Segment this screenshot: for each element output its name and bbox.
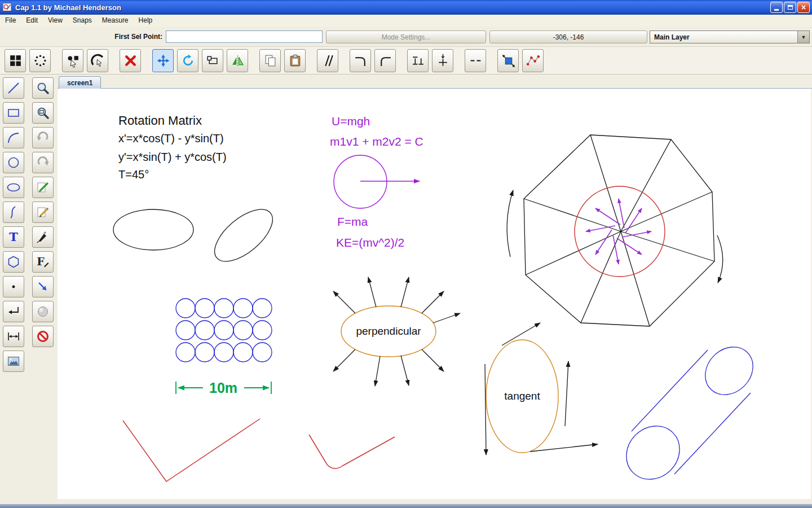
ellipse-tool-button[interactable] [3, 177, 24, 198]
app-window: Cap 1.1 by Michael Henderson × File Edit… [0, 0, 812, 508]
window-title: Cap 1.1 by Michael Henderson [15, 3, 121, 12]
minimize-button[interactable] [770, 2, 783, 13]
toolbar-separator [309, 60, 314, 61]
pattern-grid-button[interactable] [5, 49, 26, 72]
titlebar[interactable]: Cap 1.1 by Michael Henderson × [0, 0, 812, 15]
dashes-icon [469, 54, 483, 68]
copy-region-button[interactable] [202, 49, 223, 72]
maximize-button[interactable] [784, 2, 796, 13]
move-button[interactable] [152, 49, 174, 72]
select-shapes-button[interactable] [62, 49, 83, 72]
menu-snaps[interactable]: Snaps [68, 15, 97, 27]
maximize-icon [788, 5, 793, 10]
delete-x-icon [123, 54, 138, 68]
circle-tool-button[interactable] [3, 152, 24, 173]
spline-icon [6, 205, 21, 220]
fillet-left-button[interactable] [374, 49, 396, 72]
polygon-icon [6, 255, 21, 269]
arc-icon [6, 130, 21, 145]
point-tool-button[interactable] [3, 276, 24, 297]
edit-text-tool-button[interactable] [32, 202, 54, 223]
minimize-icon [774, 9, 779, 11]
layer-dropdown[interactable]: Main Layer ▼ [650, 30, 810, 43]
toolbar-separator [54, 60, 59, 61]
line-tool-button[interactable] [3, 77, 24, 99]
tab-screen1[interactable]: screen1 [59, 76, 101, 89]
rotate-icon [181, 54, 195, 68]
text-tool-icon: T [6, 230, 21, 244]
canvas-text-eq-x: x'=x*cos(T) - y*sin(T) [118, 132, 224, 145]
tool-palette: T F [0, 75, 58, 499]
pointer-arrow-tool-button[interactable] [32, 276, 54, 297]
copy-pages-icon [263, 54, 277, 68]
redo-button[interactable] [32, 152, 54, 173]
edit-points-tool-button[interactable] [32, 177, 54, 198]
canvas-text-u-mgh: U=mgh [332, 115, 370, 128]
fillet-corner-left-icon [378, 54, 392, 68]
mirror-button[interactable] [227, 49, 248, 72]
text-tool-button[interactable]: T [3, 226, 24, 248]
chevron-down-icon[interactable]: ▼ [797, 31, 809, 43]
zoom-window-tool-button[interactable] [32, 102, 54, 124]
undo-icon [36, 130, 50, 145]
pen-icon [36, 230, 50, 244]
menu-help[interactable]: Help [134, 15, 158, 27]
no-snap-button[interactable] [32, 326, 54, 347]
menu-measure[interactable]: Measure [97, 15, 134, 27]
close-button[interactable]: × [797, 2, 810, 13]
undo-button[interactable] [32, 127, 54, 148]
pen-tool-button[interactable] [32, 226, 54, 248]
polygon-tool-button[interactable] [3, 251, 24, 273]
copy-button[interactable] [259, 49, 281, 72]
leader-arrow-tool-button[interactable] [3, 301, 24, 322]
pattern-grid-icon [8, 54, 23, 68]
select-arc-button[interactable] [87, 49, 108, 72]
perpendicular-snap-button[interactable] [407, 49, 429, 72]
font-icon: F [36, 255, 50, 269]
font-tool-button[interactable]: F [32, 251, 54, 273]
point-path-button[interactable] [522, 49, 544, 72]
zoom-tool-button[interactable] [32, 77, 54, 99]
first-sel-point-input[interactable] [166, 30, 323, 43]
coordinate-readout: -306, -146 [489, 30, 647, 43]
layer-selected-value: Main Layer [650, 33, 797, 41]
toolbar-separator [342, 60, 346, 61]
delete-button[interactable] [120, 49, 141, 72]
menu-view[interactable]: View [43, 15, 68, 27]
toolbar-separator [112, 60, 116, 61]
image-tool-button[interactable] [3, 351, 24, 372]
mirror-icon [231, 54, 245, 68]
rotate-button[interactable] [177, 49, 198, 72]
paste-button[interactable] [284, 49, 306, 72]
transform-box-button[interactable] [497, 49, 519, 72]
perpendicular-snap-icon [411, 54, 425, 68]
arc-tool-button[interactable] [3, 127, 24, 148]
crosshair-snap-button[interactable] [432, 49, 453, 72]
canvas-text-dimension-10m: 10m [209, 380, 237, 396]
zoom-icon [36, 81, 50, 95]
dimension-tool-button[interactable] [3, 326, 24, 347]
dash-style-button[interactable] [465, 49, 486, 72]
menu-edit[interactable]: Edit [21, 15, 43, 27]
sphere-tool-button[interactable] [32, 301, 54, 322]
toolbar-settings: First Sel Point: Mode Settings... -306, … [0, 27, 812, 47]
fillet-right-button[interactable] [350, 49, 371, 72]
menu-bar: File Edit View Snaps Measure Help [0, 15, 812, 27]
leader-arrow-icon [6, 304, 21, 319]
pencil-paper-icon [36, 205, 50, 220]
pattern-dots-button[interactable] [29, 49, 51, 72]
menu-file[interactable]: File [0, 15, 21, 27]
parallel-lines-button[interactable] [317, 49, 338, 72]
svg-text:T: T [9, 230, 18, 244]
zoom-window-icon [36, 106, 50, 120]
pattern-dots-icon [33, 54, 47, 68]
fillet-corner-right-icon [354, 54, 368, 68]
drawing-canvas[interactable]: Rotation Matrix x'=x*cos(T) - y*sin(T) y… [58, 89, 811, 499]
toolbar-separator [399, 60, 404, 61]
tab-strip: screen1 [58, 75, 812, 89]
spline-tool-button[interactable] [3, 202, 24, 223]
circle-icon [6, 155, 21, 170]
mode-settings-button[interactable]: Mode Settings... [326, 30, 486, 43]
rectangle-icon [6, 106, 21, 120]
rectangle-tool-button[interactable] [3, 102, 24, 124]
